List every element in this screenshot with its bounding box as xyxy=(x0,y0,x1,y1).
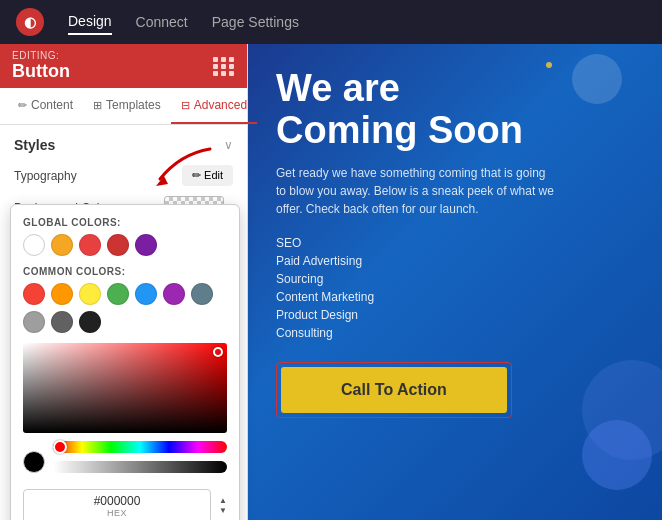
global-colors-title: GLOBAL COLORS: xyxy=(23,217,227,228)
grid-dot xyxy=(221,57,226,62)
services-list: SEO Paid Advertising Sourcing Content Ma… xyxy=(276,234,634,342)
opacity-slider[interactable] xyxy=(53,461,227,473)
hex-arrows[interactable]: ▲ ▼ xyxy=(219,496,227,515)
selected-color-preview xyxy=(23,451,45,473)
logo-icon: ◐ xyxy=(16,8,44,36)
tab-advanced[interactable]: ⊟ Advanced xyxy=(171,88,257,124)
common-swatch-black[interactable] xyxy=(79,311,101,333)
list-item: Consulting xyxy=(276,324,634,342)
common-swatch-red[interactable] xyxy=(23,283,45,305)
grid-dot xyxy=(213,64,218,69)
typography-label: Typography xyxy=(14,169,77,183)
grid-dot xyxy=(229,64,234,69)
nav-tab-page-settings[interactable]: Page Settings xyxy=(212,10,299,34)
main-layout: EDITING: Button ✏ Content ⊞ xyxy=(0,44,662,520)
global-swatch-orange[interactable] xyxy=(51,234,73,256)
global-swatch-purple[interactable] xyxy=(135,234,157,256)
hex-value[interactable]: #000000 xyxy=(32,494,202,508)
editing-context-label: EDITING: xyxy=(12,50,70,61)
global-colors-swatches xyxy=(23,234,227,256)
content-icon: ✏ xyxy=(18,99,27,112)
global-swatch-darkred[interactable] xyxy=(107,234,129,256)
nav-tab-connect[interactable]: Connect xyxy=(136,10,188,34)
grid-dot xyxy=(229,71,234,76)
common-swatch-yellow[interactable] xyxy=(79,283,101,305)
common-swatch-blue[interactable] xyxy=(135,283,157,305)
hex-label: HEX xyxy=(32,508,202,518)
gradient-color-picker[interactable] xyxy=(23,343,227,433)
page-preview: We areComing Soon Get ready we have some… xyxy=(248,44,662,520)
panel-tabs: ✏ Content ⊞ Templates ⊟ Advanced xyxy=(0,88,247,125)
grid-menu-icon[interactable] xyxy=(213,57,235,76)
editing-bar: EDITING: Button xyxy=(0,44,247,88)
list-item: Product Design xyxy=(276,306,634,324)
hue-cursor[interactable] xyxy=(53,440,67,454)
global-swatch-white[interactable] xyxy=(23,234,45,256)
list-item: Paid Advertising xyxy=(276,252,634,270)
grid-dot xyxy=(221,71,226,76)
editing-element-title: Button xyxy=(12,61,70,82)
deco-dot xyxy=(546,62,552,68)
coming-soon-description: Get ready we have something coming that … xyxy=(276,164,556,218)
common-colors-swatches xyxy=(23,283,227,333)
hex-down-arrow[interactable]: ▼ xyxy=(219,506,227,516)
top-navigation: ◐ Design Connect Page Settings xyxy=(0,0,662,44)
deco-circle-1 xyxy=(572,54,622,104)
list-item: Sourcing xyxy=(276,270,634,288)
common-swatch-gray[interactable] xyxy=(23,311,45,333)
hex-input-row: #000000 HEX ▲ ▼ xyxy=(23,489,227,520)
editing-info: EDITING: Button xyxy=(12,50,70,82)
grid-dot xyxy=(213,57,218,62)
advanced-icon: ⊟ xyxy=(181,99,190,112)
tab-templates[interactable]: ⊞ Templates xyxy=(83,88,171,124)
hex-input-wrapper[interactable]: #000000 HEX xyxy=(23,489,211,520)
left-panel: EDITING: Button ✏ Content ⊞ xyxy=(0,44,248,520)
nav-tab-design[interactable]: Design xyxy=(68,9,112,35)
red-arrow-annotation xyxy=(150,144,220,198)
hue-slider[interactable] xyxy=(53,441,227,453)
styles-title: Styles xyxy=(14,137,55,153)
list-item: Content Marketing xyxy=(276,288,634,306)
list-item: SEO xyxy=(276,234,634,252)
common-swatch-bluegray[interactable] xyxy=(191,283,213,305)
common-swatch-orange[interactable] xyxy=(51,283,73,305)
common-colors-title: COMMON COLORS: xyxy=(23,266,227,277)
common-swatch-purple[interactable] xyxy=(163,283,185,305)
grid-dot xyxy=(221,64,226,69)
hex-up-arrow[interactable]: ▲ xyxy=(219,496,227,506)
cta-container: Call To Action xyxy=(276,362,512,418)
common-swatch-green[interactable] xyxy=(107,283,129,305)
cta-button[interactable]: Call To Action xyxy=(281,367,507,413)
grid-dot xyxy=(229,57,234,62)
color-picker-popup: GLOBAL COLORS: COMMON COLORS: xyxy=(10,204,240,520)
gradient-cursor[interactable] xyxy=(213,347,223,357)
styles-collapse-icon[interactable]: ∨ xyxy=(224,138,233,152)
global-swatch-red[interactable] xyxy=(79,234,101,256)
common-swatch-darkgray[interactable] xyxy=(51,311,73,333)
grid-dot xyxy=(213,71,218,76)
tab-content[interactable]: ✏ Content xyxy=(8,88,83,124)
templates-icon: ⊞ xyxy=(93,99,102,112)
